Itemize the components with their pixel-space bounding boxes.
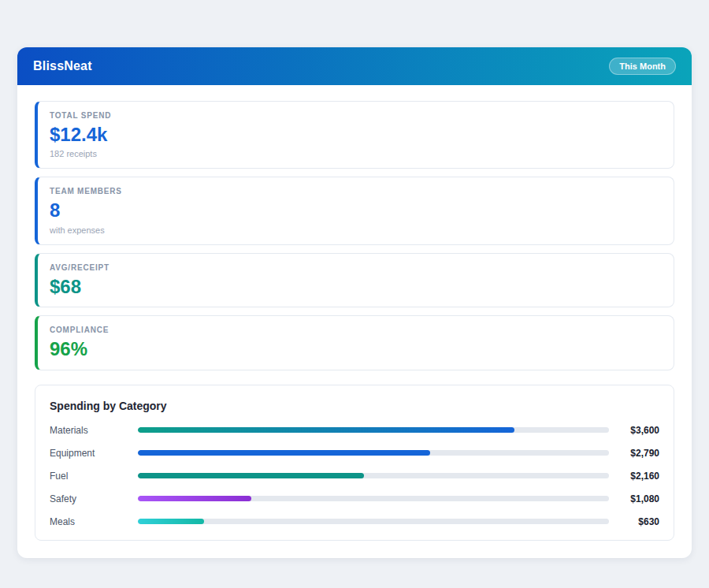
bar-fill-meals — [138, 519, 204, 524]
bar-track — [138, 519, 609, 524]
stat-label: AVG/RECEIPT — [50, 263, 661, 272]
category-value: $630 — [615, 516, 659, 527]
period-badge[interactable]: This Month — [609, 58, 676, 75]
spending-by-category-card: Spending by Category Materials $3,600 Eq… — [35, 385, 674, 541]
bar-track — [138, 496, 609, 501]
bar-fill-equipment — [138, 450, 430, 456]
stat-card-total-spend: TOTAL SPEND $12.4k 182 receipts — [35, 101, 674, 169]
category-label: Meals — [50, 516, 138, 527]
header-bar: BlissNeat This Month — [17, 47, 692, 85]
category-row-equipment: Equipment $2,790 — [50, 448, 659, 459]
bar-fill-materials — [138, 427, 514, 433]
bar-fill-fuel — [138, 473, 364, 478]
category-label: Fuel — [50, 471, 138, 482]
category-value: $3,600 — [615, 425, 659, 436]
dashboard-body: TOTAL SPEND $12.4k 182 receipts TEAM MEM… — [17, 85, 692, 558]
app-title: BlissNeat — [33, 59, 92, 73]
stats-section: TOTAL SPEND $12.4k 182 receipts TEAM MEM… — [35, 101, 674, 370]
bar-fill-safety — [138, 496, 251, 501]
dashboard-card: BlissNeat This Month TOTAL SPEND $12.4k … — [17, 47, 692, 558]
category-value: $1,080 — [615, 493, 659, 504]
category-label: Materials — [50, 425, 138, 436]
stat-subtitle: with expenses — [50, 225, 661, 235]
category-row-fuel: Fuel $2,160 — [50, 471, 659, 482]
stat-value: $68 — [50, 277, 661, 297]
page-background: BlissNeat This Month TOTAL SPEND $12.4k … — [0, 0, 709, 588]
spending-title: Spending by Category — [50, 400, 659, 412]
stat-value: $12.4k — [50, 125, 661, 145]
stat-value: 8 — [50, 200, 661, 221]
bar-track — [138, 450, 609, 456]
category-row-meals: Meals $630 — [50, 516, 659, 527]
stat-subtitle: 182 receipts — [50, 149, 661, 158]
category-rows: Materials $3,600 Equipment $2,790 — [50, 425, 659, 527]
stat-card-compliance: COMPLIANCE 96% — [35, 315, 674, 370]
bar-track — [138, 427, 609, 433]
stat-card-team-members: TEAM MEMBERS 8 with expenses — [35, 177, 674, 244]
stat-value: 96% — [50, 339, 661, 359]
stat-label: TEAM MEMBERS — [50, 187, 661, 195]
category-label: Equipment — [50, 448, 138, 459]
stat-label: TOTAL SPEND — [50, 111, 661, 120]
category-value: $2,160 — [615, 471, 659, 482]
category-value: $2,790 — [615, 448, 659, 459]
category-row-safety: Safety $1,080 — [50, 493, 659, 504]
category-label: Safety — [50, 493, 138, 504]
stat-label: COMPLIANCE — [50, 326, 661, 334]
category-row-materials: Materials $3,600 — [50, 425, 659, 436]
stat-card-avg-receipt: AVG/RECEIPT $68 — [35, 253, 674, 307]
bar-track — [138, 473, 609, 478]
